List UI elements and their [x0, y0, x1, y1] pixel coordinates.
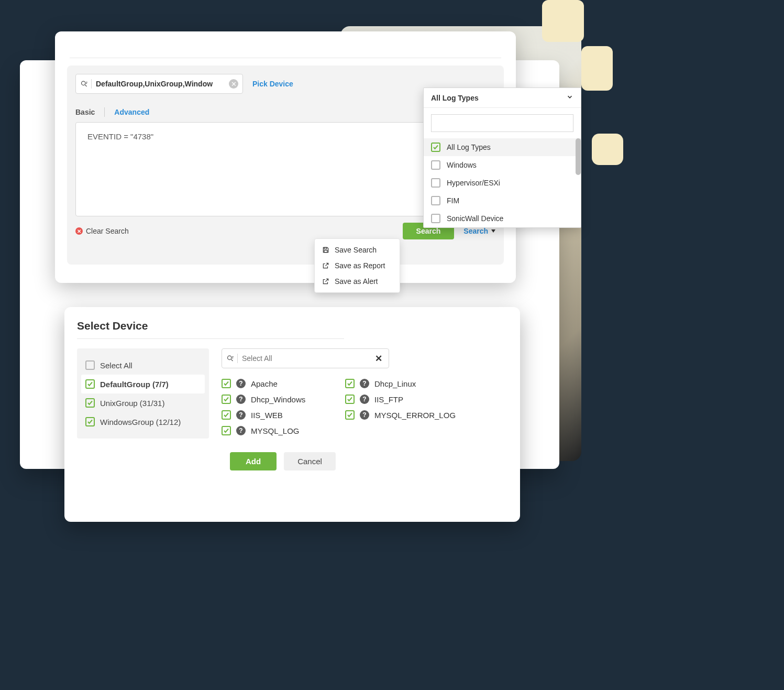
checkbox-checked-icon[interactable] — [85, 379, 95, 389]
select-all-label: Select All — [100, 361, 132, 370]
log-type-option[interactable]: FIM — [424, 192, 581, 210]
decorative-block — [581, 46, 613, 91]
svg-line-1 — [85, 85, 86, 86]
checkbox-checked-icon[interactable] — [222, 426, 231, 435]
log-types-selected-label: All Log Types — [431, 94, 479, 102]
pick-device-link[interactable]: Pick Device — [252, 80, 293, 88]
log-types-toggle[interactable]: All Log Types — [424, 88, 581, 108]
device-search-box[interactable]: ✕ — [75, 74, 243, 94]
log-type-label: Windows — [447, 161, 477, 169]
search-icon — [226, 354, 238, 363]
checkbox-unchecked-icon[interactable] — [431, 214, 440, 223]
divider — [70, 58, 501, 58]
add-button[interactable]: Add — [230, 452, 277, 470]
checkbox-checked-icon[interactable] — [431, 143, 440, 152]
device-group-label: UnixGroup (31/31) — [100, 399, 164, 408]
log-types-filter-input[interactable] — [431, 114, 573, 132]
service-label: Apache — [251, 379, 278, 388]
log-type-option[interactable]: Windows — [424, 156, 581, 174]
svg-line-7 — [231, 359, 233, 361]
checkbox-unchecked-icon[interactable] — [85, 360, 95, 370]
search-menu-trigger[interactable]: Search — [463, 227, 495, 235]
log-type-label: Hypervisor/ESXi — [447, 179, 500, 187]
clear-search-label: Clear Search — [86, 227, 129, 235]
menu-item-label: Save as Report — [335, 261, 385, 270]
help-icon[interactable]: ? — [360, 410, 369, 420]
tab-advanced[interactable]: Advanced — [114, 108, 149, 116]
checkbox-checked-icon[interactable] — [345, 379, 355, 388]
help-icon[interactable]: ? — [360, 395, 369, 404]
svg-rect-4 — [324, 247, 327, 249]
external-link-icon — [322, 262, 329, 269]
checkbox-checked-icon[interactable] — [222, 410, 231, 420]
device-items-pane: ✕ ? Apache ? Dhcp_Linux ? Dhcp_Windows — [209, 348, 507, 439]
menu-item-save-search[interactable]: Save Search — [315, 242, 400, 258]
help-icon[interactable]: ? — [236, 410, 246, 420]
clear-input-icon[interactable]: ✕ — [229, 79, 238, 89]
decorative-block — [542, 0, 584, 42]
menu-item-save-as-alert[interactable]: Save as Alert — [315, 273, 400, 289]
log-type-option[interactable]: All Log Types — [424, 138, 581, 156]
svg-point-6 — [228, 356, 232, 360]
chevron-down-icon — [566, 93, 573, 102]
svg-point-0 — [82, 81, 86, 85]
decorative-block — [592, 134, 623, 165]
service-item[interactable]: ? IIS_FTP — [345, 395, 466, 404]
service-item[interactable]: ? Dhcp_Linux — [345, 379, 466, 388]
device-group-item[interactable]: WindowsGroup (12/12) — [81, 412, 205, 431]
service-label: MYSQL_ERROR_LOG — [374, 411, 456, 420]
device-services-grid: ? Apache ? Dhcp_Linux ? Dhcp_Windows ? I… — [222, 379, 507, 435]
help-icon[interactable]: ? — [236, 395, 246, 404]
log-type-label: SonicWall Device — [447, 214, 503, 223]
device-group-item[interactable]: DefaultGroup (7/7) — [81, 375, 205, 393]
checkbox-checked-icon[interactable] — [345, 395, 355, 404]
select-device-title: Select Device — [77, 320, 507, 332]
close-icon[interactable]: ✕ — [373, 353, 384, 364]
cancel-button[interactable]: Cancel — [284, 452, 336, 470]
service-item[interactable]: ? MYSQL_ERROR_LOG — [345, 410, 466, 420]
divider — [104, 107, 105, 117]
log-type-label: FIM — [447, 196, 459, 205]
menu-item-save-as-report[interactable]: Save as Report — [315, 258, 400, 273]
log-types-dropdown: All Log Types All Log Types Windows Hype… — [423, 87, 581, 228]
divider — [77, 338, 344, 339]
select-all-groups[interactable]: Select All — [81, 356, 205, 375]
checkbox-unchecked-icon[interactable] — [431, 196, 440, 205]
service-item[interactable]: ? Dhcp_Windows — [222, 395, 342, 404]
log-type-label: All Log Types — [447, 143, 491, 151]
help-icon[interactable]: ? — [360, 379, 369, 388]
log-type-option[interactable]: Hypervisor/ESXi — [424, 174, 581, 192]
log-types-list: All Log Types Windows Hypervisor/ESXi FI… — [424, 138, 581, 227]
service-item[interactable]: ? MYSQL_LOG — [222, 426, 342, 435]
help-icon[interactable]: ? — [236, 379, 246, 388]
device-group-item[interactable]: UnixGroup (31/31) — [81, 393, 205, 412]
device-groups-pane: Select All DefaultGroup (7/7) UnixGroup … — [77, 348, 209, 439]
help-icon[interactable]: ? — [236, 426, 246, 435]
checkbox-unchecked-icon[interactable] — [431, 160, 440, 170]
device-items-search-input[interactable] — [242, 354, 373, 363]
tab-basic[interactable]: Basic — [75, 108, 95, 116]
service-label: Dhcp_Windows — [251, 395, 305, 404]
device-search-input[interactable] — [96, 80, 229, 88]
checkbox-checked-icon[interactable] — [222, 395, 231, 404]
external-link-icon — [322, 278, 329, 285]
service-item[interactable]: ? Apache — [222, 379, 342, 388]
log-type-option[interactable]: SonicWall Device — [424, 210, 581, 227]
checkbox-checked-icon[interactable] — [85, 398, 95, 408]
search-icon — [80, 79, 92, 89]
device-group-label: DefaultGroup (7/7) — [100, 380, 169, 389]
close-icon: ✕ — [75, 227, 83, 235]
service-label: Dhcp_Linux — [374, 379, 416, 388]
scrollbar-thumb[interactable] — [576, 138, 581, 175]
device-group-label: WindowsGroup (12/12) — [100, 418, 181, 426]
checkbox-checked-icon[interactable] — [85, 417, 95, 426]
menu-item-label: Save as Alert — [335, 277, 378, 286]
service-item[interactable]: ? IIS_WEB — [222, 410, 342, 420]
checkbox-checked-icon[interactable] — [345, 410, 355, 420]
menu-item-label: Save Search — [335, 246, 377, 254]
checkbox-unchecked-icon[interactable] — [431, 178, 440, 188]
device-items-search[interactable]: ✕ — [222, 348, 389, 368]
checkbox-checked-icon[interactable] — [222, 379, 231, 388]
search-actions-menu: Save Search Save as Report Save as Alert — [314, 238, 400, 293]
clear-search-link[interactable]: ✕ Clear Search — [75, 227, 129, 235]
